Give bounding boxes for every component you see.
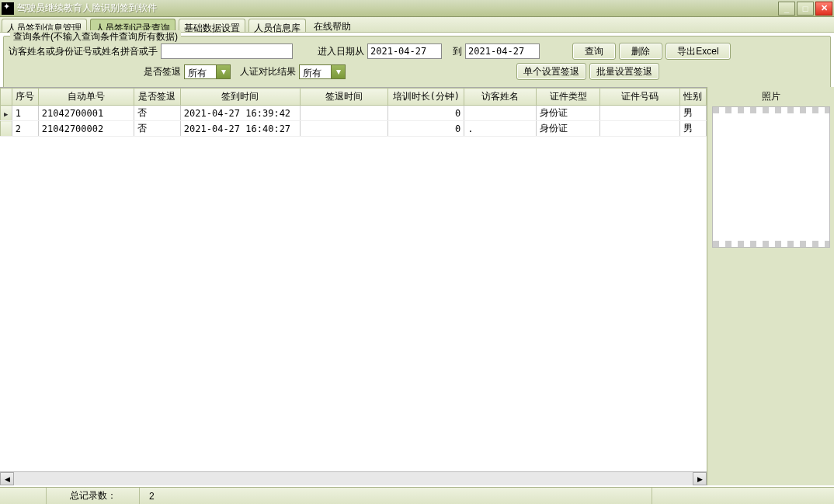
query-panel: 查询条件(不输入查询条件查询所有数据) 访客姓名或身份证号或姓名拼音或手 进入日… bbox=[3, 36, 831, 89]
window-title: 驾驶员继续教育人脸识别签到软件 bbox=[17, 2, 778, 15]
column-header[interactable]: 访客姓名 bbox=[464, 89, 537, 106]
face-label: 人证对比结果 bbox=[240, 65, 296, 78]
date-from-input[interactable] bbox=[367, 43, 442, 59]
chevron-down-icon: ▾ bbox=[216, 65, 230, 78]
column-header[interactable]: 签退时间 bbox=[301, 89, 388, 106]
column-header[interactable]: 签到时间 bbox=[180, 89, 300, 106]
column-header[interactable]: 序号 bbox=[12, 89, 38, 106]
menu-item-base-data[interactable]: 基础数据设置 bbox=[179, 19, 245, 32]
total-value: 2 bbox=[140, 488, 652, 504]
photo-box bbox=[712, 106, 830, 248]
column-header[interactable]: 是否签退 bbox=[134, 89, 181, 106]
column-header[interactable]: 性别 bbox=[679, 89, 706, 106]
menu-item-help[interactable]: 在线帮助 bbox=[308, 17, 357, 32]
date-to-input[interactable] bbox=[465, 43, 540, 59]
export-excel-button[interactable]: 导出Excel bbox=[665, 43, 731, 60]
maximize-button[interactable]: □ bbox=[797, 2, 814, 16]
minimize-button[interactable]: _ bbox=[778, 2, 795, 16]
statusbar: 总记录数： 2 bbox=[0, 487, 834, 504]
photo-panel: 照片 bbox=[707, 87, 834, 485]
chevron-down-icon: ▾ bbox=[331, 65, 345, 78]
single-signout-button[interactable]: 单个设置签退 bbox=[516, 63, 586, 80]
data-grid[interactable]: 序号自动单号是否签退签到时间签退时间培训时长(分钟)访客姓名证件类型证件号码性别… bbox=[0, 87, 707, 485]
column-header[interactable]: 自动单号 bbox=[38, 89, 134, 106]
menu-item-person-db[interactable]: 人员信息库 bbox=[248, 19, 306, 32]
close-button[interactable]: ✕ bbox=[815, 2, 832, 16]
table-row[interactable]: 221042700002否2021-04-27 16:40:270.身份证男 bbox=[1, 121, 707, 137]
date-to-label: 到 bbox=[453, 45, 462, 58]
delete-button[interactable]: 删除 bbox=[619, 43, 662, 60]
app-icon bbox=[2, 2, 14, 15]
titlebar: 驾驶员继续教育人脸识别签到软件 _ □ ✕ bbox=[0, 0, 834, 17]
name-input[interactable] bbox=[161, 43, 293, 59]
scroll-left-icon[interactable]: ◀ bbox=[0, 472, 14, 485]
horizontal-scrollbar[interactable]: ◀ ▶ bbox=[0, 471, 707, 485]
query-legend: 查询条件(不输入查询条件查询所有数据) bbox=[10, 30, 181, 43]
photo-label: 照片 bbox=[762, 90, 780, 103]
signout-label: 是否签退 bbox=[144, 65, 181, 78]
column-header[interactable]: 培训时长(分钟) bbox=[388, 89, 464, 106]
search-button[interactable]: 查询 bbox=[572, 43, 616, 60]
total-label: 总记录数： bbox=[47, 488, 140, 504]
batch-signout-button[interactable]: 批量设置签退 bbox=[589, 63, 659, 80]
date-from-label: 进入日期从 bbox=[318, 45, 364, 58]
scroll-right-icon[interactable]: ▶ bbox=[693, 472, 707, 485]
table-row[interactable]: 121042700001否2021-04-27 16:39:420身份证男 bbox=[1, 106, 707, 121]
column-header[interactable]: 证件类型 bbox=[536, 89, 599, 106]
name-label: 访客姓名或身份证号或姓名拼音或手 bbox=[9, 45, 158, 58]
column-header[interactable]: 证件号码 bbox=[600, 89, 680, 106]
signout-combo[interactable]: 所有 ▾ bbox=[184, 64, 231, 79]
face-combo[interactable]: 所有 ▾ bbox=[299, 64, 346, 79]
